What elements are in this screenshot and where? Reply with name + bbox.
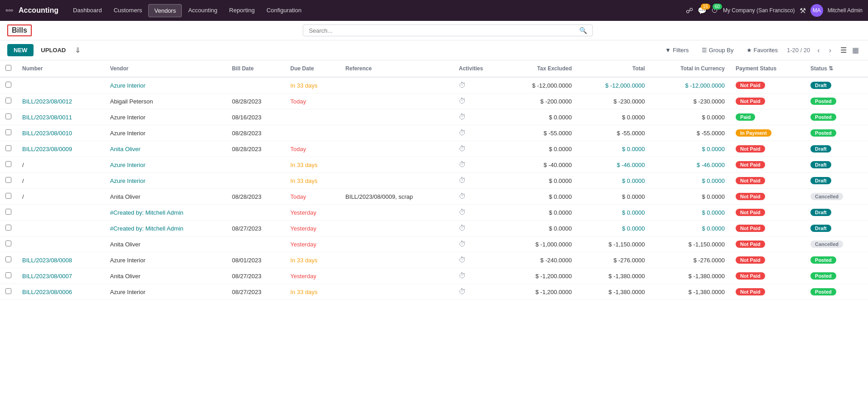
cell-vendor[interactable]: Azure Interior — [105, 173, 227, 189]
cell-number[interactable]: BILL/2023/08/0007 — [17, 268, 105, 284]
table-row[interactable]: BILL/2023/08/0010Azure Interior08/28/202… — [0, 125, 868, 141]
cell-activities[interactable]: ⏱ — [453, 77, 504, 93]
cell-vendor[interactable]: Azure Interior — [105, 77, 227, 93]
row-checkbox[interactable] — [5, 241, 11, 246]
table-row[interactable]: BILL/2023/08/0011Azure Interior08/16/202… — [0, 109, 868, 125]
cell-number[interactable]: BILL/2023/08/0009 — [17, 141, 105, 157]
activity-icon[interactable]: ⏱ — [459, 224, 466, 232]
kanban-view-button[interactable]: ▦ — [850, 45, 861, 55]
nav-item-customers[interactable]: Customers — [108, 4, 148, 17]
cell-number[interactable]: BILL/2023/08/0011 — [17, 109, 105, 125]
nav-item-configuration[interactable]: Configuration — [261, 4, 307, 17]
row-checkbox[interactable] — [5, 177, 11, 183]
clock-icon[interactable]: ⏱ 60 — [711, 6, 718, 15]
activity-icon[interactable]: ⏱ — [459, 192, 466, 200]
cell-vendor[interactable]: #Created by: Mitchell Admin — [105, 205, 227, 221]
activity-icon[interactable]: ⏱ — [459, 97, 466, 105]
support-icon[interactable]: ☍ — [686, 6, 693, 15]
cell-total: $ -55.0000 — [577, 125, 650, 141]
row-checkbox[interactable] — [5, 288, 11, 294]
cell-tax-excluded: $ -1,200.0000 — [504, 284, 577, 300]
nav-item-dashboard[interactable]: Dashboard — [68, 4, 107, 17]
table-row[interactable]: #Created by: Mitchell AdminYesterday⏱$ 0… — [0, 205, 868, 221]
cell-activities[interactable]: ⏱ — [453, 125, 504, 141]
row-checkbox[interactable] — [5, 129, 11, 135]
table-row[interactable]: Azure InteriorIn 33 days⏱$ -12,000.0000$… — [0, 77, 868, 93]
cell-activities[interactable]: ⏱ — [453, 221, 504, 236]
favorites-button[interactable]: ★ Favorites — [743, 45, 781, 55]
activity-icon[interactable]: ⏱ — [459, 113, 466, 121]
payment-status-badge: Not Paid — [736, 209, 765, 216]
cell-total-currency: $ -276.0000 — [650, 252, 730, 268]
col-vendor: Vendor — [105, 60, 227, 77]
nav-item-accounting[interactable]: Accounting — [183, 4, 223, 17]
apps-icon[interactable]: ▫▫▫ — [5, 6, 13, 15]
search-input[interactable] — [309, 27, 579, 34]
activity-icon[interactable]: ⏱ — [459, 129, 466, 137]
chat-icon[interactable]: 💬 15 — [698, 6, 707, 15]
cell-activities[interactable]: ⏱ — [453, 109, 504, 125]
prev-page-button[interactable]: ‹ — [815, 45, 821, 55]
activity-icon[interactable]: ⏱ — [459, 208, 466, 216]
cell-activities[interactable]: ⏱ — [453, 141, 504, 157]
list-view-button[interactable]: ☰ — [839, 45, 849, 55]
activity-icon[interactable]: ⏱ — [459, 272, 466, 280]
row-checkbox[interactable] — [5, 256, 11, 262]
activity-icon[interactable]: ⏱ — [459, 161, 466, 168]
cell-number[interactable]: BILL/2023/08/0012 — [17, 93, 105, 109]
cell-number[interactable]: BILL/2023/08/0006 — [17, 284, 105, 300]
upload-button[interactable]: UPLOAD — [37, 44, 69, 56]
cell-activities[interactable]: ⏱ — [453, 268, 504, 284]
cell-activities[interactable]: ⏱ — [453, 284, 504, 300]
avatar[interactable]: MA — [810, 4, 823, 17]
download-button[interactable]: ⇓ — [73, 44, 82, 56]
group-by-button[interactable]: ☰ Group By — [698, 45, 737, 55]
cell-vendor[interactable]: Azure Interior — [105, 157, 227, 173]
row-checkbox[interactable] — [5, 193, 11, 199]
table-row[interactable]: /Azure InteriorIn 33 days⏱$ -40.0000$ -4… — [0, 157, 868, 173]
activity-icon[interactable]: ⏱ — [459, 256, 466, 264]
activity-icon[interactable]: ⏱ — [459, 81, 466, 89]
table-row[interactable]: BILL/2023/08/0008Azure Interior08/01/202… — [0, 252, 868, 268]
cell-tax-excluded: $ -40.0000 — [504, 157, 577, 173]
row-checkbox[interactable] — [5, 82, 11, 88]
cell-number[interactable]: BILL/2023/08/0008 — [17, 252, 105, 268]
new-button[interactable]: NEW — [7, 44, 34, 56]
table-row[interactable]: BILL/2023/08/0007Anita Oliver08/27/2023Y… — [0, 268, 868, 284]
table-row[interactable]: Anita OliverYesterday⏱$ -1,000.0000$ -1,… — [0, 236, 868, 252]
settings-icon[interactable]: ⚒ — [800, 6, 806, 15]
cell-activities[interactable]: ⏱ — [453, 252, 504, 268]
cell-activities[interactable]: ⏱ — [453, 205, 504, 221]
row-checkbox[interactable] — [5, 98, 11, 103]
filters-button[interactable]: ▼ Filters — [661, 45, 692, 55]
table-row[interactable]: BILL/2023/08/0009Anita Oliver08/28/2023T… — [0, 141, 868, 157]
cell-activities[interactable]: ⏱ — [453, 173, 504, 189]
cell-activities[interactable]: ⏱ — [453, 157, 504, 173]
activity-icon[interactable]: ⏱ — [459, 240, 466, 248]
next-page-button[interactable]: › — [827, 45, 833, 55]
table-row[interactable]: #Created by: Mitchell Admin08/27/2023Yes… — [0, 221, 868, 236]
table-row[interactable]: /Anita Oliver08/28/2023TodayBILL/2023/08… — [0, 189, 868, 205]
row-checkbox[interactable] — [5, 225, 11, 231]
activity-icon[interactable]: ⏱ — [459, 145, 466, 152]
cell-number[interactable]: BILL/2023/08/0010 — [17, 125, 105, 141]
row-checkbox[interactable] — [5, 272, 11, 278]
row-checkbox[interactable] — [5, 113, 11, 119]
cell-vendor[interactable]: #Created by: Mitchell Admin — [105, 221, 227, 236]
nav-item-vendors[interactable]: Vendors — [148, 4, 182, 17]
nav-item-reporting[interactable]: Reporting — [224, 4, 260, 17]
activity-icon[interactable]: ⏱ — [459, 177, 466, 184]
table-row[interactable]: BILL/2023/08/0012Abigail Peterson08/28/2… — [0, 93, 868, 109]
row-checkbox[interactable] — [5, 145, 11, 151]
cell-activities[interactable]: ⏱ — [453, 189, 504, 205]
cell-activities[interactable]: ⏱ — [453, 93, 504, 109]
table-row[interactable]: /Azure InteriorIn 33 days⏱$ 0.0000$ 0.00… — [0, 173, 868, 189]
cell-activities[interactable]: ⏱ — [453, 236, 504, 252]
table-row[interactable]: BILL/2023/08/0006Azure Interior08/27/202… — [0, 284, 868, 300]
select-all-checkbox[interactable] — [5, 65, 11, 71]
row-checkbox[interactable] — [5, 209, 11, 215]
activity-icon[interactable]: ⏱ — [459, 288, 466, 295]
cell-reference — [340, 157, 453, 173]
cell-vendor[interactable]: Anita Oliver — [105, 141, 227, 157]
row-checkbox[interactable] — [5, 161, 11, 167]
